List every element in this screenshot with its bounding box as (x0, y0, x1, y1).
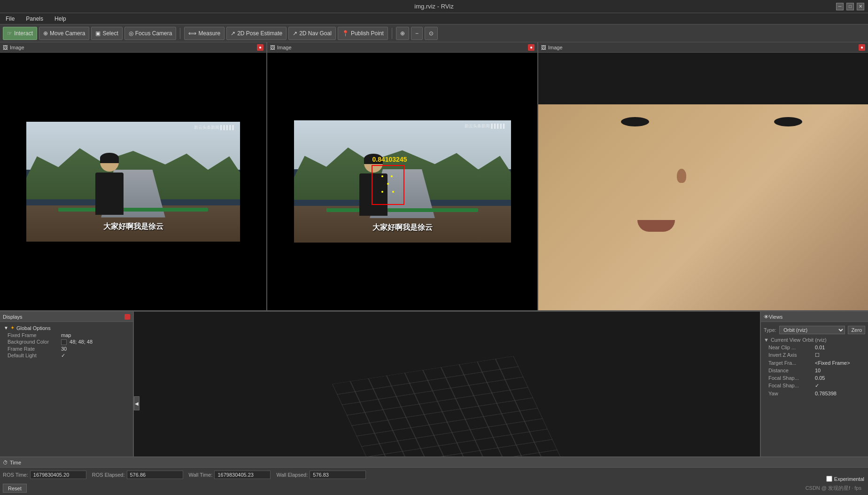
distance-row: Distance 10 (767, 367, 866, 374)
svg-line-5 (361, 418, 542, 446)
menu-file[interactable]: File (3, 15, 17, 23)
extra-btn-2[interactable]: − (411, 27, 423, 40)
wall-elapsed-label: Wall Elapsed: (276, 472, 308, 478)
displays-header: Displays (0, 312, 133, 322)
frame-rate-value: 30 (61, 346, 129, 352)
person-body-left (95, 173, 124, 215)
color-swatch[interactable] (61, 339, 67, 345)
menubar: File Panels Help (0, 13, 868, 24)
nav-goal-button[interactable]: ↗ 2D Nav Goal (288, 27, 336, 40)
default-light-row: Default Light ✓ (6, 352, 131, 359)
resize-arrow[interactable]: ◀ (134, 396, 140, 410)
expand-icon: ▼ (764, 337, 769, 343)
interact-button[interactable]: ☞ Interact (3, 27, 37, 40)
extra-btn-3[interactable]: ⊙ (425, 27, 438, 40)
focal-shape1-value: 0.05 (815, 375, 825, 381)
views-title-icon: 👁 (764, 314, 769, 320)
landmark-3 (387, 183, 389, 185)
experimental-row: Experimental (826, 476, 864, 482)
zero-button[interactable]: Zero (848, 326, 865, 334)
subtitle-left: 大家好啊我是徐云 (26, 222, 240, 232)
close-button[interactable]: ✕ (857, 3, 864, 10)
select-icon: ▣ (95, 30, 101, 37)
wall-elapsed-field: Wall Elapsed: (276, 471, 366, 479)
window-title: img.rviz - RViz (414, 3, 453, 10)
focal-shape2-value: ✓ (815, 383, 819, 389)
restore-button[interactable]: □ (846, 3, 854, 10)
landmark-4 (381, 191, 383, 193)
experimental-checkbox[interactable] (826, 476, 832, 482)
background-color-row: Background Color 48; 48; 48 (6, 338, 131, 346)
video-frame-middle: 0.84103245 新云头条新闻 ▌▌▌▌▌ 大家好啊我是徐云 (294, 120, 511, 243)
move-camera-button[interactable]: ⊕ Move Camera (39, 27, 89, 40)
distance-value: 10 (815, 368, 821, 373)
select-button[interactable]: ▣ Select (91, 27, 122, 40)
focal-shape2-label: Focal Shap... (768, 383, 813, 389)
panel-close-middle[interactable]: ● (528, 44, 535, 51)
svg-line-6 (366, 429, 547, 457)
displays-close[interactable] (124, 314, 130, 320)
svg-line-2 (347, 387, 528, 415)
wall-time-field: Wall Time: (189, 471, 271, 479)
minimize-button[interactable]: ─ (836, 3, 844, 10)
hair-top (538, 53, 868, 104)
interact-icon: ☞ (7, 30, 12, 37)
panel-header-middle: 🖼 Image ● (267, 42, 537, 53)
background-color-label: Background Color (8, 339, 59, 345)
global-options-group: Fixed Frame map Background Color 48; 48;… (6, 332, 131, 359)
pose-estimate-button[interactable]: ↗ 2D Pose Estimate (226, 27, 287, 40)
publish-point-icon: 📍 (342, 30, 349, 37)
wall-time-input[interactable] (214, 471, 271, 479)
reset-button[interactable]: Reset (3, 484, 27, 493)
panel-header-left: 🖼 Image ● (0, 42, 266, 53)
frame-rate-row: Frame Rate 30 (6, 346, 131, 352)
watermark-left: 新云头条新闻 ▌▌▌▌▌ (194, 125, 235, 131)
distance-label: Distance (768, 368, 813, 373)
person-hair-left (100, 153, 119, 163)
panel-icon-middle: 🖼 (270, 45, 275, 50)
wall-time-label: Wall Time: (189, 472, 213, 478)
target-frame-row: Target Fra... <Fixed Frame> (767, 359, 866, 367)
views-type-row: Type: Orbit (rviz) Zero (763, 324, 866, 336)
menu-panels[interactable]: Panels (23, 15, 46, 23)
fixed-frame-row: Fixed Frame map (6, 332, 131, 338)
time-header: ⏱ Time (0, 457, 868, 468)
panel-title-middle: 🖼 Image (270, 45, 292, 50)
focus-camera-button[interactable]: ◎ Focus Camera (124, 27, 177, 40)
clock-icon: ⏱ (3, 460, 8, 465)
time-controls: ROS Time: ROS Elapsed: Wall Time: Wall E… (0, 468, 868, 482)
fixed-frame-value: map (61, 332, 129, 338)
measure-icon: ⟺ (188, 30, 196, 37)
background-color-value: 48; 48; 48 (61, 339, 129, 345)
default-light-value: ✓ (61, 353, 129, 359)
landmark-2 (391, 175, 393, 177)
svg-line-1 (341, 377, 523, 405)
global-options-item: ▼ ✦ Global Options (2, 324, 131, 332)
panel-title-left: 🖼 Image (3, 45, 24, 50)
publish-point-button[interactable]: 📍 Publish Point (338, 27, 388, 40)
subtitle-middle: 大家好啊我是徐云 (294, 223, 511, 233)
ros-time-input[interactable] (30, 471, 86, 479)
yaw-row: Yaw 0.785398 (767, 390, 866, 397)
measure-button[interactable]: ⟺ Measure (184, 27, 225, 40)
menu-help[interactable]: Help (52, 15, 69, 23)
watermark-text: CSDN @ 发现的星f · fps (802, 484, 865, 493)
wall-elapsed-input[interactable] (310, 471, 366, 479)
displays-title: Displays (3, 314, 23, 320)
landmark-1 (381, 175, 383, 177)
panel-close-right[interactable]: ● (859, 44, 865, 51)
toolbar: ☞ Interact ⊕ Move Camera ▣ Select ◎ Focu… (0, 24, 868, 42)
ros-time-label: ROS Time: (3, 472, 28, 478)
expand-arrow[interactable]: ▼ (4, 325, 8, 330)
main-content: 🖼 Image ● (0, 42, 868, 495)
ros-time-field: ROS Time: (3, 471, 86, 479)
ros-elapsed-input[interactable] (127, 471, 183, 479)
extra-btn-1[interactable]: ⊕ (396, 27, 409, 40)
yaw-label: Yaw (768, 391, 813, 396)
panel-close-left[interactable]: ● (257, 44, 264, 51)
pose-estimate-icon: ↗ (231, 30, 235, 37)
focus-camera-icon: ◎ (129, 30, 133, 37)
mouth (637, 220, 675, 232)
views-header: 👁 Views (761, 312, 868, 322)
views-type-select[interactable]: Orbit (rviz) (779, 326, 845, 334)
